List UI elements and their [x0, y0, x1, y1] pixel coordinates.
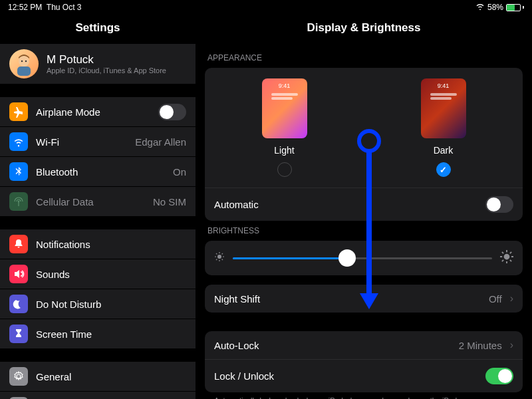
sidebar-item-label: Bluetooth [36, 166, 165, 178]
sidebar-item-label: Cellular Data [36, 196, 145, 207]
time: 12:52 PM [8, 3, 42, 12]
hourglass-icon [9, 325, 28, 343]
sidebar-item-label: Sounds [36, 269, 186, 280]
wifi-icon [9, 132, 28, 151]
gear-icon [9, 367, 28, 386]
lock-card: Auto-Lock 2 Minutes › Lock / Unlock [205, 331, 523, 392]
speaker-icon [9, 265, 28, 283]
chevron-right-icon: › [510, 339, 513, 351]
profile-row[interactable]: M Potuck Apple ID, iCloud, iTunes & App … [0, 44, 196, 84]
theme-dark-preview: 9:41 [421, 78, 466, 138]
sidebar-item-control-center[interactable]: Control Center [0, 392, 196, 399]
sidebar-group-2: NotificationsSoundsDo Not DisturbScreen … [0, 229, 196, 348]
sidebar: Settings M Potuck Apple ID, iCloud, iTun… [0, 15, 196, 399]
sidebar-item-label: Screen Time [36, 329, 186, 340]
lock-unlock-row[interactable]: Lock / Unlock [205, 359, 523, 392]
sidebar-item-label: Do Not Disturb [36, 299, 186, 310]
sidebar-item-general[interactable]: General [0, 362, 196, 392]
sidebar-item-wi-fi[interactable]: Wi-FiEdgar Allen [0, 127, 196, 157]
svg-point-12 [217, 255, 221, 259]
brightness-label: BRIGHTNESS [205, 221, 523, 241]
detail-title: Display & Brightness [205, 15, 523, 48]
chevron-right-icon: › [510, 293, 513, 305]
toggle[interactable] [158, 104, 186, 120]
antenna-icon [9, 192, 28, 211]
sidebar-item-do-not-disturb[interactable]: Do Not Disturb [0, 289, 196, 319]
theme-light-label: Light [274, 145, 294, 156]
airplane-icon [9, 102, 28, 121]
night-shift-row[interactable]: Night Shift Off › [205, 285, 523, 313]
sidebar-title: Settings [0, 15, 196, 44]
sidebar-item-label: Wi-Fi [36, 136, 127, 148]
sidebar-item-sounds[interactable]: Sounds [0, 259, 196, 289]
sidebar-item-notifications[interactable]: Notifications [0, 229, 196, 259]
sidebar-item-airplane-mode[interactable]: Airplane Mode [0, 97, 196, 127]
battery-pct: 58% [487, 3, 503, 12]
appearance-card: 9:41 Light 9:41 Dark Automatic [205, 68, 523, 221]
brightness-card [205, 241, 523, 275]
bluetooth-icon [9, 162, 28, 181]
theme-dark-radio[interactable] [436, 162, 451, 177]
svg-point-0 [19, 56, 29, 66]
svg-point-4 [18, 201, 19, 202]
profile-name: M Potuck [47, 53, 186, 66]
svg-point-2 [25, 61, 27, 62]
automatic-toggle[interactable] [485, 196, 513, 213]
automatic-row[interactable]: Automatic [205, 188, 523, 221]
date: Thu Oct 3 [47, 3, 82, 12]
theme-light[interactable]: 9:41 Light [262, 78, 307, 177]
detail-pane: Display & Brightness APPEARANCE 9:41 Lig… [196, 15, 532, 399]
statusbar-left: 12:52 PM Thu Oct 3 [8, 3, 82, 12]
statusbar-right: 58% [475, 3, 524, 12]
sidebar-item-screen-time[interactable]: Screen Time [0, 319, 196, 348]
moon-icon [9, 295, 28, 313]
sidebar-item-label: General [36, 371, 186, 382]
night-shift-card: Night Shift Off › [205, 285, 523, 313]
lock-unlock-toggle[interactable] [485, 368, 513, 384]
theme-light-preview: 9:41 [262, 78, 307, 138]
wifi-icon [475, 3, 485, 12]
sidebar-item-cellular-data[interactable]: Cellular DataNo SIM [0, 187, 196, 216]
bell-icon [9, 235, 28, 253]
battery-icon [506, 4, 524, 11]
brightness-slider[interactable] [233, 257, 492, 259]
avatar [9, 49, 39, 78]
auto-lock-row[interactable]: Auto-Lock 2 Minutes › [205, 331, 523, 359]
sidebar-item-bluetooth[interactable]: BluetoothOn [0, 157, 196, 187]
brightness-low-icon [214, 251, 225, 265]
profile-sub: Apple ID, iCloud, iTunes & App Store [47, 66, 186, 74]
theme-dark-label: Dark [434, 145, 454, 156]
svg-point-1 [21, 61, 23, 62]
sidebar-group-3: GeneralControl CenterAADisplay & Brightn… [0, 362, 196, 399]
sidebar-item-label: Notifications [36, 239, 186, 250]
status-bar: 12:52 PM Thu Oct 3 58% [0, 0, 532, 15]
theme-light-radio[interactable] [277, 162, 292, 177]
svg-point-13 [504, 254, 510, 260]
sidebar-item-label: Airplane Mode [36, 106, 150, 118]
brightness-high-icon [500, 250, 513, 266]
svg-rect-3 [17, 66, 31, 76]
sidebar-group-1: Airplane ModeWi-FiEdgar AllenBluetoothOn… [0, 97, 196, 216]
appearance-label: APPEARANCE [205, 48, 523, 68]
lock-helper: Automatically lock and unlock your iPad … [205, 392, 523, 399]
theme-dark[interactable]: 9:41 Dark [421, 78, 466, 177]
